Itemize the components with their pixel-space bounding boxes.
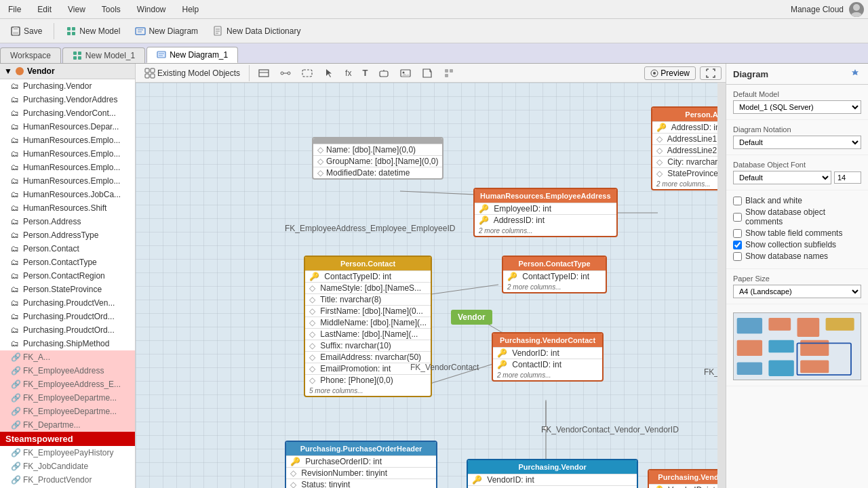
entity-vendorcontact[interactable]: Purchasing.VendorContact 🔑 VendorID: int… bbox=[492, 332, 604, 382]
menu-window[interactable]: Window bbox=[133, 3, 170, 16]
sidebar-item[interactable]: 🗂Purchasing.Vendor bbox=[0, 79, 135, 93]
diagram-canvas[interactable]: ◇Name: [dbo].[Name](0,0) ◇GroupName: [db… bbox=[136, 83, 726, 488]
paper-size-select[interactable]: A4 (Landscape) bbox=[733, 285, 861, 298]
save-button[interactable]: Save bbox=[4, 23, 48, 39]
checkbox-dbobj[interactable] bbox=[733, 213, 742, 222]
extra-icon bbox=[443, 68, 454, 79]
sidebar-item[interactable]: 🗂HumanResources.Shift bbox=[0, 201, 135, 215]
image-tool-button[interactable] bbox=[395, 66, 416, 81]
checkbox-tablefield[interactable] bbox=[733, 229, 742, 238]
new-model-button[interactable]: New Model bbox=[60, 23, 126, 39]
diagram-notation-select[interactable]: Default bbox=[733, 136, 861, 149]
sidebar-item-fk6[interactable]: 🔗FK_Departme... bbox=[0, 418, 135, 432]
user-avatar[interactable] bbox=[849, 2, 864, 17]
menu-help[interactable]: Help bbox=[178, 3, 203, 16]
menu-tools[interactable]: Tools bbox=[98, 3, 125, 16]
entity-top[interactable]: ◇Name: [dbo].[Name](0,0) ◇GroupName: [db… bbox=[312, 137, 443, 180]
extra-tool-button[interactable] bbox=[439, 66, 459, 81]
entity-personaddress[interactable]: Person.Address 🔑 AddressID: int ◇ Addres… bbox=[651, 106, 726, 190]
sidebar-item[interactable]: 🗂HumanResources.Depar... bbox=[0, 120, 135, 134]
menu-edit[interactable]: Edit bbox=[33, 3, 56, 16]
svg-point-23 bbox=[16, 67, 24, 75]
font-size-input[interactable] bbox=[834, 171, 861, 184]
sidebar-item[interactable]: 🗂Person.StateProvince bbox=[0, 283, 135, 296]
fx-tool-button[interactable]: fx bbox=[340, 66, 356, 80]
view-icon bbox=[302, 68, 313, 79]
sidebar-item[interactable]: 🗂HumanResources.Emplo... bbox=[0, 161, 135, 174]
entity-row: 🔑 VendorID: int bbox=[468, 474, 637, 485]
entity-personcontact[interactable]: Person.Contact 🔑 ContactTypeID: int ◇ Na… bbox=[304, 256, 432, 397]
sidebar-item[interactable]: 🗂Person.Address bbox=[0, 215, 135, 228]
sidebar-item[interactable]: 🗂Person.AddressType bbox=[0, 228, 135, 242]
sidebar-item[interactable]: 🗂Person.ContactRegion bbox=[0, 269, 135, 283]
svg-point-30 bbox=[281, 72, 283, 75]
sidebar-header[interactable]: ▼ Vendor bbox=[0, 64, 135, 79]
mini-preview-area[interactable] bbox=[733, 312, 861, 380]
relation-tool-button[interactable] bbox=[275, 66, 296, 81]
tab-workspace[interactable]: Workspace bbox=[0, 47, 61, 63]
tab-new-diagram[interactable]: New Diagram_1 bbox=[146, 47, 238, 63]
text-tool-button[interactable]: T bbox=[357, 66, 372, 80]
entity-row: 🔑 PurchaseOrderID: int bbox=[286, 455, 436, 467]
sidebar-item-fk5[interactable]: 🔗FK_EmployeeDepartme... bbox=[0, 405, 135, 418]
entity-purchaseorderheader[interactable]: Purchasing.PurchaseOrderHeader 🔑 Purchas… bbox=[285, 441, 437, 488]
table-icon: 🗂 bbox=[11, 203, 20, 213]
table-icon: 🗂 bbox=[11, 244, 20, 253]
preview-button[interactable]: Preview bbox=[644, 66, 696, 80]
sidebar-item-fk7[interactable]: 🔗FK_EmployeePayHistory bbox=[0, 446, 135, 460]
shape-tool-button[interactable] bbox=[374, 66, 394, 81]
table-icon: 🗂 bbox=[11, 136, 20, 145]
fk-label-vendorcontact: FK_VendorContact bbox=[410, 363, 479, 372]
sidebar-item-fk8[interactable]: 🔗FK_JobCandidate bbox=[0, 460, 135, 473]
table-icon: 🗂 bbox=[11, 339, 20, 348]
fk-label-text: FK_VendorContact_Vendor_VendorID bbox=[541, 425, 679, 434]
fullscreen-button[interactable] bbox=[700, 66, 722, 80]
tab-new-model[interactable]: New Model_1 bbox=[62, 47, 145, 63]
sidebar-item[interactable]: 🗂Purchasing.ProudctOrd... bbox=[0, 323, 135, 337]
sidebar-item[interactable]: 🗂Purchasing.VendorCont... bbox=[0, 106, 135, 120]
table-tool-button[interactable] bbox=[254, 66, 274, 81]
default-model-label: Default Model bbox=[733, 90, 861, 98]
default-model-select[interactable]: Model_1 (SQL Server) bbox=[733, 100, 861, 114]
checkbox-collection[interactable] bbox=[733, 241, 742, 249]
font-family-select[interactable]: Default bbox=[733, 171, 831, 184]
sidebar-item-fk4[interactable]: 🔗FK_EmployeeDepartme... bbox=[0, 391, 135, 405]
new-diagram-button[interactable]: New Diagram bbox=[129, 23, 204, 39]
cursor-tool-button[interactable] bbox=[319, 66, 339, 81]
sidebar-item[interactable]: 🗂HumanResources.Emplo... bbox=[0, 147, 135, 161]
fk-icon: 🔗 bbox=[11, 420, 20, 430]
steamspowered-badge[interactable]: Steamspowered bbox=[0, 432, 135, 446]
sidebar-item[interactable]: 🗂HumanResources.Emplo... bbox=[0, 134, 135, 147]
entity-employeeaddress[interactable]: HumanResources.EmployeeAddress 🔑 Employe… bbox=[473, 188, 618, 237]
sidebar-item-fk2[interactable]: 🔗FK_EmployeeAddress bbox=[0, 364, 135, 378]
entity-vendoraddress[interactable]: Purchasing.VendorAddress 🔑 VendorID: int… bbox=[648, 469, 726, 488]
sidebar-item[interactable]: 🗂HumanResources.JobCa... bbox=[0, 188, 135, 201]
sidebar-item[interactable]: 🗂HumanResources.Emplo... bbox=[0, 174, 135, 188]
sidebar-item-fk9[interactable]: 🔗FK_ProductVendor bbox=[0, 473, 135, 487]
checkbox-bw[interactable] bbox=[733, 197, 742, 205]
new-data-dictionary-button[interactable]: New Data Dictionary bbox=[207, 23, 307, 39]
sidebar-item[interactable]: 🗂Person.Contact bbox=[0, 242, 135, 256]
menu-file[interactable]: File bbox=[4, 3, 25, 16]
sidebar-item[interactable]: 🗂Purchasing.VendorAddres bbox=[0, 93, 135, 106]
sidebar-item[interactable]: 🗂Purchasing.ProudctOrd... bbox=[0, 310, 135, 323]
checkbox-dbnames[interactable] bbox=[733, 252, 742, 261]
sidebar-item[interactable]: 🗂Person.ContactType bbox=[0, 256, 135, 269]
sidebar-item-fk1[interactable]: 🔗FK_A... bbox=[0, 350, 135, 364]
mini-preview-svg bbox=[734, 313, 861, 380]
sidebar-item[interactable]: 🗂Purchasing.ProudctVen... bbox=[0, 296, 135, 310]
image-icon bbox=[400, 68, 411, 79]
fk-icon: 🔗 bbox=[11, 366, 20, 375]
view-tool-button[interactable] bbox=[297, 66, 317, 81]
entity-personcontacttype[interactable]: Person.ContactType 🔑 ContactTypeID: int … bbox=[502, 256, 607, 293]
existing-model-objects-button[interactable]: Existing Model Objects bbox=[140, 66, 245, 81]
svg-rect-60 bbox=[737, 340, 762, 356]
note-tool-button[interactable] bbox=[417, 66, 437, 81]
entity-vendor[interactable]: Purchasing.Vendor 🔑 VendorID: int ◇ Acco… bbox=[467, 459, 638, 488]
menu-view[interactable]: View bbox=[64, 3, 90, 16]
vertical-scrollbar[interactable] bbox=[717, 83, 726, 488]
sidebar-item-fk3[interactable]: 🔗FK_EmployeeAddress_E... bbox=[0, 378, 135, 391]
diagram-settings-icon[interactable] bbox=[849, 68, 861, 80]
fk-icon: 🔗 bbox=[11, 407, 20, 416]
sidebar-item[interactable]: 🗂Purchasing.ShipMethod bbox=[0, 337, 135, 350]
